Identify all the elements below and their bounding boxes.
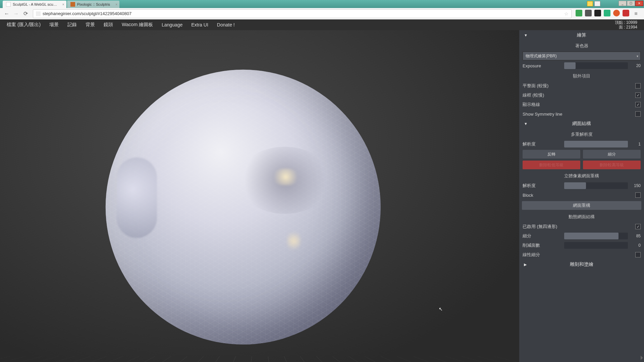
url-text: stephaneginier.com/sculptgl/#14229540408… [43,11,131,16]
delete-higher-button[interactable]: 刪除較高等級 [583,161,641,169]
subdiv-label: 細分 [523,233,564,239]
sys-icon[interactable] [587,1,593,6]
delete-lower-button[interactable]: 刪除較低等級 [523,161,580,169]
symmetry-checkbox[interactable] [635,111,641,117]
tab-pixologic[interactable]: Pixologic :: Sculptris × [67,1,119,8]
enabled-checkbox[interactable]: ✓ [635,224,641,229]
menu-wacom[interactable]: Wacom 繪圖板 [122,22,153,28]
chrome-menu-icon[interactable]: ≡ [632,10,640,18]
menu-camera[interactable]: 鏡頭 [104,22,113,28]
window-close-button[interactable]: ✕ [635,1,643,6]
symmetry-label: Show Symmetry line [523,112,635,117]
menu-donate[interactable]: Donate ! [217,22,235,27]
block-label: Block [523,193,635,198]
forward-button[interactable]: → [12,10,20,18]
decimation-label: 削減面數 [523,242,564,248]
panel-title: 繪算 [577,32,586,38]
linear-label: 線性細分 [523,252,635,258]
menu-scene[interactable]: 場景 [49,22,59,28]
resolution-value: 1 [630,142,641,146]
tab-sculptgl[interactable]: SculptGL - A WebGL scu… × [3,1,66,8]
section-multires: 多重解析度 [519,129,644,139]
extension-icons: ≡ [574,10,641,18]
section-extras: 額外項目 [519,70,644,81]
subdivide-button[interactable]: 細分 [583,150,641,159]
ground-grid [0,356,519,362]
tab-close-icon[interactable]: × [62,3,64,6]
menu-background[interactable]: 背景 [86,22,95,28]
row-exposure: Exposure 20 [519,61,644,70]
grid-label: 顯示格線 [523,102,635,108]
menu-file[interactable]: 檔案 (匯入/匯出) [7,22,41,28]
back-button[interactable]: ← [3,10,11,18]
ext-icon[interactable] [585,10,592,16]
resolution-label: 解析度 [523,141,564,147]
reload-button[interactable]: ⟳ [21,10,30,18]
subdiv-slider[interactable] [564,233,628,239]
menu-history[interactable]: 記錄 [67,22,77,28]
flat-checkbox[interactable] [635,83,641,88]
vertex-count: 10999 [626,20,637,25]
browser-tab-strip: SculptGL - A WebGL scu… × Pixologic :: S… [0,0,644,8]
panel-title: 雕刻和塗繪 [570,261,593,267]
exposure-label: Exposure [523,63,564,68]
voxel-res-slider[interactable] [564,182,628,189]
ext-icon[interactable] [604,10,610,16]
browser-toolbar: ← → ⟳ stephaneginier.com/sculptgl/#14229… [0,8,644,19]
wireframe-label: 線框 (較慢) [523,92,635,98]
grid-checkbox[interactable]: ✓ [635,102,641,107]
section-voxel: 立體像素網面重構 [519,170,644,181]
tab-title: Pixologic :: Sculptris [77,2,110,6]
panel-header-render[interactable]: ▼ 繪算 [519,30,644,40]
window-minimize-button[interactable]: _ [619,1,627,6]
reverse-button[interactable]: 反轉 [523,150,580,159]
viewport-3d[interactable]: ↖ [0,30,519,362]
sidebar-panel: ▼ 繪算 著色器 物理式繪算(PBR) Exposure 20 額外項目 平整面… [519,30,644,362]
subdiv-value: 85 [630,234,641,238]
menu-language[interactable]: Language [162,22,182,27]
bookmark-star-icon[interactable]: ☆ [564,11,569,16]
decimation-value: 0 [630,243,641,248]
resize-handle-icon[interactable]: ◢ [638,355,643,360]
menu-extraui[interactable]: Extra UI [191,22,208,27]
window-controls: _ ☐ ✕ [618,1,643,6]
sys-icon[interactable] [594,1,600,6]
decimation-slider[interactable] [564,242,628,249]
panel-title: 網面結構 [572,121,591,127]
mesh-stats: 頂點 : 10999 面 : 21994 [615,20,637,29]
voxel-res-value: 150 [630,183,641,188]
enabled-label: 已啟用 (無四邊形) [523,224,635,230]
resolution-slider[interactable] [564,141,628,147]
favicon-sculptgl [6,2,11,7]
app-menubar: 檔案 (匯入/匯出) 場景 記錄 背景 鏡頭 Wacom 繪圖板 Languag… [0,19,644,30]
tab-title: SculptGL - A WebGL scu… [13,2,57,6]
sculpt-mesh[interactable] [106,70,381,345]
flat-label: 平整面 (較慢) [523,83,635,89]
shader-select[interactable]: 物理式繪算(PBR) [523,52,641,60]
ext-icon[interactable] [576,10,582,16]
block-checkbox[interactable] [635,192,641,198]
remesh-button[interactable]: 網面重構 [522,201,641,210]
expand-icon: ▶ [524,262,527,267]
panel-header-sculpt[interactable]: ▶ 雕刻和塗繪 [519,259,644,269]
voxel-res-label: 解析度 [523,183,564,189]
tab-close-icon[interactable]: × [115,3,117,6]
window-maximize-button[interactable]: ☐ [627,1,635,6]
ext-icon[interactable] [594,10,601,16]
site-icon [36,11,41,16]
exposure-slider[interactable] [564,62,628,69]
collapse-icon: ▼ [524,122,528,126]
wireframe-checkbox[interactable]: ✓ [635,93,641,98]
mouse-cursor-icon: ↖ [439,306,443,312]
section-shader: 著色器 [519,40,644,51]
ext-icon[interactable] [623,10,629,16]
section-dynamic: 動態網面結構 [519,211,644,222]
linear-checkbox[interactable] [635,252,641,257]
exposure-value: 20 [630,63,641,68]
face-count: 21994 [626,25,637,29]
collapse-icon: ▼ [524,33,528,37]
system-tray [587,1,600,6]
panel-header-topology[interactable]: ▼ 網面結構 [519,119,644,129]
address-bar[interactable]: stephaneginier.com/sculptgl/#14229540408… [33,9,572,18]
ext-icon[interactable] [613,10,620,16]
